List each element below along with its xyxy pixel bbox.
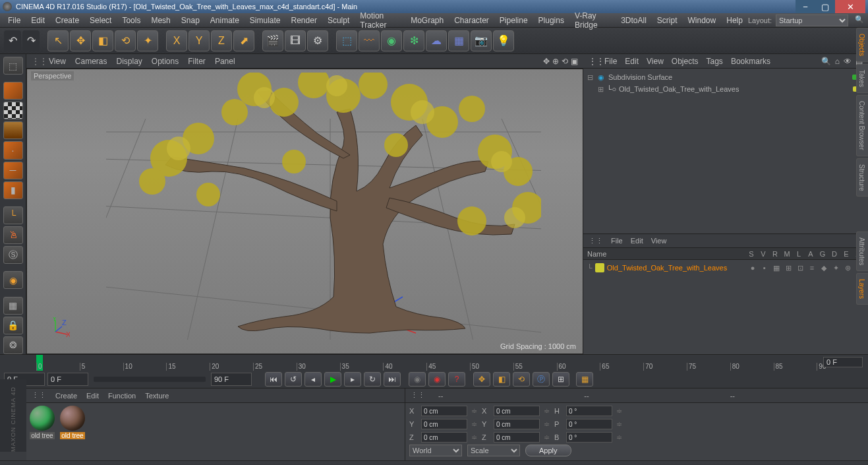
grip-icon[interactable]: ⋮⋮ xyxy=(411,391,425,400)
flag-s[interactable]: ● xyxy=(748,264,757,272)
goto-start-button[interactable]: ⏮ xyxy=(265,372,282,387)
coord-system[interactable]: ⬈ xyxy=(233,30,254,51)
spinner-icon[interactable]: ≑ xyxy=(616,433,623,442)
attr-menu-file[interactable]: File xyxy=(611,237,623,245)
obj-menu-objects[interactable]: Objects xyxy=(672,57,699,66)
col-e[interactable]: E xyxy=(840,250,852,258)
menu-file[interactable]: File xyxy=(3,14,26,27)
texture-mode-button[interactable] xyxy=(3,102,23,119)
material-item-1[interactable]: old tree xyxy=(29,406,55,439)
add-light2-button[interactable]: 💡 xyxy=(493,30,514,51)
live-select-tool[interactable]: ↖ xyxy=(47,30,69,51)
layer-color-icon[interactable] xyxy=(595,263,604,272)
menu-character[interactable]: Character xyxy=(449,14,494,27)
attr-menu-edit[interactable]: Edit xyxy=(631,237,643,245)
minimize-button[interactable]: − xyxy=(796,0,815,13)
flag-v[interactable]: ▪ xyxy=(760,264,769,272)
menu-tools[interactable]: Tools xyxy=(117,14,146,27)
mat-menu-texture[interactable]: Texture xyxy=(145,392,169,400)
col-r[interactable]: R xyxy=(769,250,781,258)
expand-icon[interactable]: ⊟ xyxy=(586,73,594,82)
scale-tool[interactable]: ◧ xyxy=(92,30,113,51)
tab-layers[interactable]: Layers xyxy=(856,273,868,305)
menu-motion-tracker[interactable]: Motion Tracker xyxy=(355,9,405,32)
vp-nav-icon[interactable]: ✥ xyxy=(543,57,550,66)
record-button[interactable]: ◉ xyxy=(428,372,446,387)
grip-icon[interactable]: ⋮⋮ xyxy=(32,57,40,66)
tab-structure[interactable]: Structure xyxy=(856,158,868,197)
coord-mode-dropdown[interactable]: Scale xyxy=(467,445,520,456)
rot-h-input[interactable] xyxy=(566,406,612,416)
next-key-button[interactable]: ↻ xyxy=(364,372,381,387)
flag-g[interactable]: ◆ xyxy=(819,264,828,272)
grid-button[interactable]: ▦ xyxy=(3,297,23,315)
eye-icon[interactable]: 👁 xyxy=(844,57,852,66)
vp-menu-view[interactable]: View xyxy=(49,57,66,66)
prev-frame-button[interactable]: ◂ xyxy=(304,372,322,387)
add-camera-button[interactable]: ▦ xyxy=(448,30,469,51)
y-axis-lock[interactable]: Y xyxy=(188,30,210,51)
add-deformer-button[interactable]: ❇ xyxy=(403,30,424,51)
spinner-icon[interactable]: ≑ xyxy=(544,407,550,416)
col-v[interactable]: V xyxy=(757,250,769,258)
range-start-input[interactable] xyxy=(47,373,88,386)
autokey-button[interactable]: ? xyxy=(448,372,465,387)
vp-menu-display[interactable]: Display xyxy=(116,57,142,66)
move-tool[interactable]: ✥ xyxy=(70,30,91,51)
close-button[interactable]: ✕ xyxy=(835,0,865,13)
workplane-button[interactable] xyxy=(3,121,23,139)
coord-space-dropdown[interactable]: World xyxy=(409,445,462,456)
flag-a[interactable]: ≡ xyxy=(807,264,817,272)
edge-mode-button[interactable]: ─ xyxy=(3,162,23,179)
redo-button[interactable]: ↷ xyxy=(22,30,40,51)
add-cube-button[interactable]: ⬚ xyxy=(336,30,357,51)
goto-end-button[interactable]: ⏭ xyxy=(384,372,401,387)
spinner-icon[interactable]: ≑ xyxy=(544,433,550,442)
spinner-icon[interactable]: ≑ xyxy=(471,407,478,416)
tab-objects[interactable]: Objects xyxy=(856,28,868,62)
misc-button[interactable]: ❂ xyxy=(3,336,23,354)
range-slider[interactable] xyxy=(94,377,206,382)
menu-select[interactable]: Select xyxy=(84,14,117,27)
flag-r[interactable]: ▦ xyxy=(772,264,781,272)
object-hierarchy[interactable]: ⊟ ◉ Subdivision Surface ✓ ⊞ └○ Old_Twist… xyxy=(583,69,868,233)
flag-e[interactable]: ⊛ xyxy=(843,264,852,272)
layout-dropdown[interactable]: Startup xyxy=(776,15,848,26)
vp-rotate-icon[interactable]: ⟲ xyxy=(562,57,568,66)
spinner-icon[interactable]: ≑ xyxy=(471,420,478,429)
menu-edit[interactable]: Edit xyxy=(26,14,50,27)
range-end-input[interactable] xyxy=(211,373,252,386)
rot-p-input[interactable] xyxy=(566,419,612,429)
key-pos-button[interactable]: ✥ xyxy=(473,372,490,387)
flag-d[interactable]: ✦ xyxy=(831,264,840,272)
make-editable-button[interactable]: ⬚ xyxy=(3,57,23,75)
viewport-3d[interactable]: Perspective xyxy=(26,69,583,354)
obj-menu-bookmarks[interactable]: Bookmarks xyxy=(731,57,770,66)
add-light-button[interactable]: 📷 xyxy=(471,30,492,51)
menu-vray[interactable]: V-Ray Bridge xyxy=(569,9,616,32)
add-generator-button[interactable]: ◉ xyxy=(381,30,402,51)
col-m[interactable]: M xyxy=(781,250,793,258)
size-y-input[interactable] xyxy=(494,419,540,429)
menu-snap[interactable]: Snap xyxy=(176,14,205,27)
rot-b-input[interactable] xyxy=(566,432,612,443)
menu-sculpt[interactable]: Sculpt xyxy=(322,14,355,27)
vp-menu-options[interactable]: Options xyxy=(152,57,179,66)
viewport-solo-button[interactable]: 🖯 xyxy=(3,226,23,244)
menu-render[interactable]: Render xyxy=(286,14,322,27)
menu-help[interactable]: Help xyxy=(721,14,748,27)
timeline-ruler[interactable]: 0 5 10 15 20 25 30 35 40 45 50 55 60 65 … xyxy=(0,355,868,371)
render-pv-button[interactable]: 🎞 xyxy=(285,30,306,51)
key-scale-button[interactable]: ◧ xyxy=(493,372,510,387)
menu-window[interactable]: Window xyxy=(683,14,722,27)
vp-menu-panel[interactable]: Panel xyxy=(215,57,235,66)
grip-icon[interactable]: ⋮⋮ xyxy=(589,57,596,66)
search-icon[interactable]: 🔍 xyxy=(821,57,831,66)
object-name[interactable]: Subdivision Surface xyxy=(608,73,672,81)
pos-y-input[interactable] xyxy=(421,419,467,429)
spinner-icon[interactable]: ≑ xyxy=(616,420,623,429)
obj-menu-view[interactable]: View xyxy=(647,57,664,66)
render-view-button[interactable]: 🎬 xyxy=(262,30,283,51)
grip-icon[interactable]: ⋮⋮ xyxy=(32,391,46,400)
menu-3dtoall[interactable]: 3DtoAll xyxy=(616,14,652,27)
